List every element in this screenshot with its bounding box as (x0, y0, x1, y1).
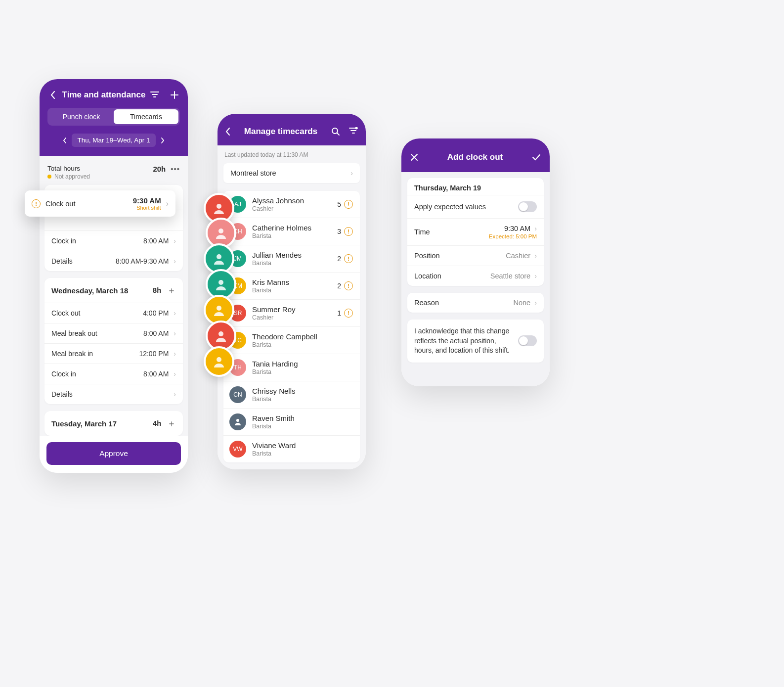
apply-expected-row: Apply expected values (407, 195, 544, 218)
expected-note: Expected: 5:00 PM (489, 233, 537, 239)
position-row[interactable]: Position Cashier› (407, 245, 544, 266)
total-hours-label: Total hours (47, 165, 90, 172)
store-selector[interactable]: Montreal store › (223, 163, 360, 183)
timecard-row[interactable]: Clock out4:00 PM› (44, 303, 183, 323)
row-value: 8:00 AM (143, 237, 169, 245)
chevron-right-icon: › (174, 257, 176, 265)
timecard-row[interactable]: Clock in8:00 AM› (44, 364, 183, 384)
employee-name: Theodore Campbell (252, 332, 353, 341)
row-label: Meal break out (51, 329, 97, 337)
row-label: Clock in (51, 237, 76, 245)
page-title: Add clock out (418, 152, 532, 162)
svg-point-5 (217, 254, 221, 259)
tab-punch-clock[interactable]: Punch clock (49, 109, 114, 124)
back-icon[interactable] (47, 91, 58, 99)
next-period-icon[interactable] (161, 137, 165, 143)
apply-expected-toggle[interactable] (518, 201, 537, 212)
employee-name: Jullian Mendes (252, 251, 331, 259)
employee-row[interactable]: Raven SmithBarista (223, 409, 360, 436)
form-date: Thursday, March 19 (407, 178, 544, 195)
chevron-right-icon: › (534, 225, 537, 232)
row-value: 4:00 PM (143, 309, 169, 317)
issue-count: 5! (337, 200, 353, 209)
row-value: 8:00 AM-9:30 AM (116, 257, 169, 265)
total-hours-value: 20h (153, 165, 166, 173)
issue-count: 2! (337, 281, 353, 290)
confirm-icon[interactable] (532, 154, 541, 161)
employee-row[interactable]: KMKris MannsBarista2! (223, 273, 360, 300)
employee-role: Barista (252, 423, 353, 430)
row-label: Meal break in (51, 350, 93, 358)
avatar: CN (229, 386, 246, 403)
approve-button[interactable]: Approve (46, 442, 181, 465)
add-icon[interactable] (169, 91, 180, 99)
employee-name: Summer Roy (252, 305, 331, 314)
timecard-row[interactable]: Meal break out8:00 AM› (44, 323, 183, 344)
prev-period-icon[interactable] (63, 137, 67, 143)
employee-role: Barista (252, 450, 353, 457)
time-row[interactable]: Time 9:30 AM › Expected: 5:00 PM (407, 218, 544, 245)
chevron-right-icon: › (166, 199, 169, 208)
clock-out-popover[interactable]: ! Clock out 9:30 AM Short shift › (25, 190, 175, 217)
employee-row[interactable]: CNChrissy NellsBarista (223, 381, 360, 409)
search-icon[interactable] (331, 127, 340, 136)
svg-point-2 (236, 419, 239, 422)
employee-row[interactable]: CHCatherine HolmesBarista3! (223, 218, 360, 245)
warning-icon: ! (344, 227, 353, 236)
day-label: Wednesday, March 18 (51, 286, 128, 295)
header: Add clock out (401, 138, 550, 172)
employee-role: Barista (252, 368, 353, 375)
warning-icon: ! (344, 200, 353, 209)
acknowledge-toggle[interactable] (518, 335, 537, 346)
tab-timecards[interactable]: Timecards (114, 109, 178, 124)
timecard-row[interactable]: Clock in 8:00 AM› (44, 231, 183, 251)
employee-role: Barista (252, 260, 331, 267)
day-card: Tuesday, March 17 4h ＋ (44, 411, 183, 436)
timecard-row[interactable]: Details 8:00 AM-9:30 AM› (44, 251, 183, 271)
field-label: Position (414, 252, 440, 260)
employee-name: Kris Manns (252, 278, 331, 286)
employee-name: Raven Smith (252, 414, 353, 422)
filter-icon[interactable] (149, 91, 160, 99)
field-label: Time (414, 228, 430, 236)
timecard-row[interactable]: Details› (44, 384, 183, 404)
add-entry-icon[interactable]: ＋ (167, 284, 176, 296)
phone-add-clock-out: Add clock out Thursday, March 19 Apply e… (401, 138, 550, 386)
more-icon[interactable]: ••• (171, 165, 180, 173)
employee-row[interactable]: TCTheodore CampbellBarista (223, 327, 360, 354)
location-row[interactable]: Location Seattle store› (407, 266, 544, 286)
issue-count: 3! (337, 227, 353, 236)
issue-count: 2! (337, 254, 353, 263)
employee-row[interactable]: THTania HardingBarista (223, 354, 360, 381)
filter-icon[interactable] (349, 127, 358, 136)
store-name: Montreal store (230, 169, 276, 177)
add-entry-icon[interactable]: ＋ (167, 417, 176, 429)
date-range[interactable]: Thu, Mar 19–Wed, Apr 1 (72, 134, 156, 147)
row-value: 8:00 AM (143, 329, 169, 337)
total-hours-row: Total hours Not approved 20h ••• (40, 161, 188, 185)
close-icon[interactable] (410, 153, 418, 161)
row-label: Details (51, 257, 73, 265)
day-label: Tuesday, March 17 (51, 419, 117, 428)
employee-row[interactable]: AJAlyssa JohnsonCashier5! (223, 191, 360, 218)
svg-point-3 (217, 204, 221, 209)
segment-control: Punch clock Timecards (47, 108, 180, 126)
reason-row[interactable]: Reason None› (407, 293, 544, 313)
employee-row[interactable]: JMJullian MendesBarista2! (223, 245, 360, 273)
employee-row[interactable]: VWViviane WardBarista (223, 436, 360, 462)
warning-icon: ! (344, 254, 353, 263)
acknowledge-block: I acknowledge that this change reflects … (407, 320, 544, 363)
apply-expected-label: Apply expected values (414, 203, 486, 211)
row-value: 12:00 PM (139, 350, 169, 358)
employee-row[interactable]: SRSummer RoyCashier1! (223, 300, 360, 327)
chevron-right-icon: › (350, 169, 353, 177)
field-label: Reason (414, 299, 439, 307)
warning-icon: ! (344, 281, 353, 290)
page-title: Time and attendance (58, 90, 149, 100)
employee-role: Barista (252, 232, 331, 239)
employee-role: Cashier (252, 205, 331, 212)
employee-name: Chrissy Nells (252, 387, 353, 395)
back-icon[interactable] (225, 128, 230, 136)
timecard-row[interactable]: Meal break in12:00 PM› (44, 344, 183, 364)
employee-name: Catherine Holmes (252, 224, 331, 232)
